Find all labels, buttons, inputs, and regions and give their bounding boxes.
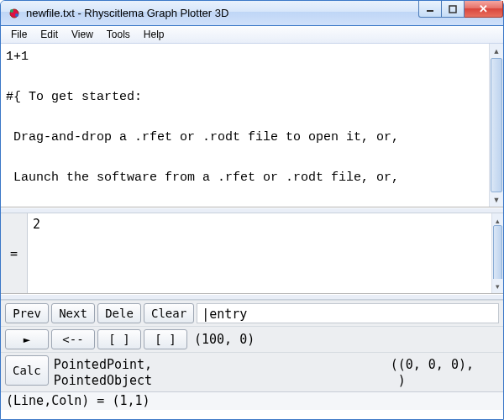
controls-area: Prev Next Dele Clear |entry ► <-- [ ] [ … [1, 300, 503, 391]
prev-button[interactable]: Prev [5, 303, 49, 323]
cursor-position: (Line,Coln) = (1,1) [6, 393, 150, 408]
evaluate-button[interactable]: = [1, 213, 28, 293]
app-window: newfile.txt - Rhyscitlema Graph Plotter … [0, 0, 504, 420]
scroll-thumb[interactable] [491, 58, 502, 192]
app-icon [8, 7, 21, 20]
menu-view[interactable]: View [65, 27, 100, 42]
scroll-down-icon[interactable]: ▾ [492, 279, 503, 293]
menubar: File Edit View Tools Help [1, 26, 503, 44]
svg-point-2 [15, 13, 18, 17]
editor-scrollbar[interactable]: ▲ ▼ [489, 44, 503, 207]
window-controls: ✕ [418, 1, 503, 25]
menu-tools[interactable]: Tools [100, 27, 137, 42]
pointed-row: Calc PointedPoint, PointedObject ((0, 0,… [1, 352, 503, 391]
next-button[interactable]: Next [51, 303, 95, 323]
pointed-value: ((0, 0, 0), ) [391, 355, 499, 389]
play-button[interactable]: ► [5, 329, 49, 349]
coords-field[interactable]: (100, 0) [190, 329, 499, 349]
result-row: = 2 ▴ ▾ [1, 213, 503, 294]
close-button[interactable]: ✕ [465, 1, 503, 18]
splitter-2[interactable] [1, 294, 503, 300]
code-editor[interactable]: 1+1 #{ To get started: Drag-and-drop a .… [1, 44, 489, 207]
play-row: ► <-- [ ] [ ] (100, 0) [1, 326, 503, 352]
svg-rect-4 [449, 6, 456, 13]
scroll-up-icon[interactable]: ▲ [490, 44, 503, 58]
titlebar[interactable]: newfile.txt - Rhyscitlema Graph Plotter … [1, 1, 503, 26]
editor-area: 1+1 #{ To get started: Drag-and-drop a .… [1, 44, 503, 207]
svg-point-1 [10, 9, 13, 13]
bracket2-button[interactable]: [ ] [144, 329, 187, 349]
result-scrollbar[interactable]: ▴ ▾ [491, 213, 503, 293]
scroll-thumb[interactable] [493, 225, 502, 281]
bracket1-button[interactable]: [ ] [97, 329, 141, 349]
calc-button[interactable]: Calc [5, 355, 49, 386]
clear-button[interactable]: Clear [144, 303, 194, 323]
splitter[interactable] [1, 207, 503, 213]
menu-file[interactable]: File [4, 27, 34, 42]
delete-button[interactable]: Dele [97, 303, 141, 323]
back-button[interactable]: <-- [51, 329, 95, 349]
minimize-button[interactable] [418, 1, 442, 18]
menu-edit[interactable]: Edit [34, 27, 65, 42]
nav-row: Prev Next Dele Clear |entry [1, 300, 503, 326]
statusbar: (Line,Coln) = (1,1) [1, 391, 503, 410]
window-title: newfile.txt - Rhyscitlema Graph Plotter … [26, 7, 418, 19]
maximize-button[interactable] [442, 1, 465, 18]
entry-field[interactable]: |entry [197, 303, 499, 323]
scroll-down-icon[interactable]: ▼ [490, 192, 503, 207]
pointed-label: PointedPoint, PointedObject [54, 355, 152, 389]
menu-help[interactable]: Help [137, 27, 171, 42]
result-output[interactable]: 2 [28, 213, 491, 293]
